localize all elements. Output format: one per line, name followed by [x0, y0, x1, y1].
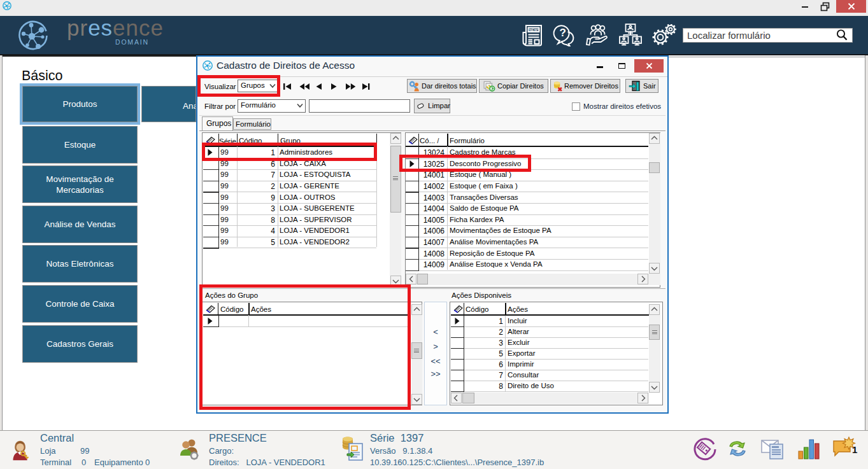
svg-text:NEWS: NEWS [529, 28, 540, 32]
svg-text:?: ? [560, 27, 566, 39]
